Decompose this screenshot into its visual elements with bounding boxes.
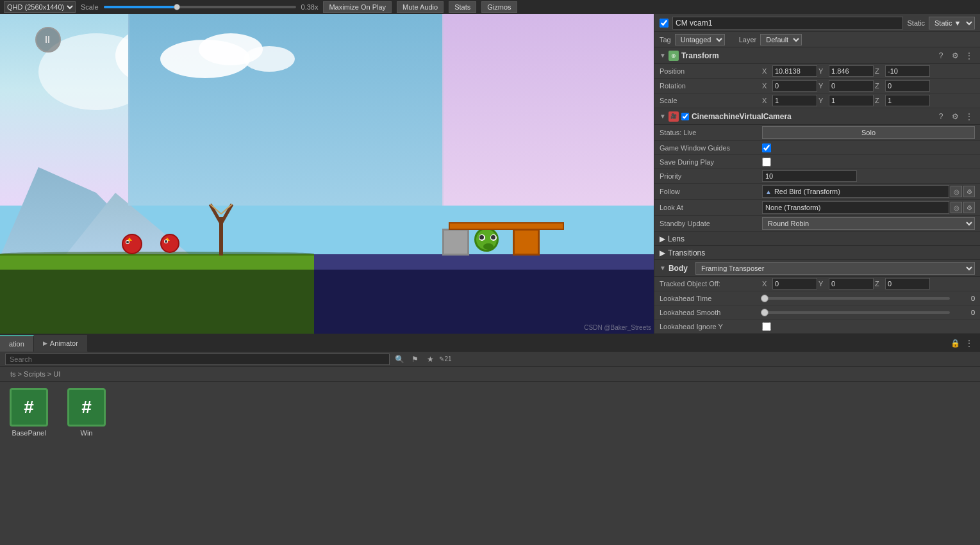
lookahead-smooth-track[interactable] <box>765 311 950 314</box>
bottom-content: # BasePanel # Win <box>0 382 980 545</box>
static-dropdown[interactable]: Static ▼ <box>929 17 975 29</box>
cinemachine-settings-btn[interactable]: ⚙ <box>949 111 961 122</box>
lens-label: Lens <box>668 234 685 243</box>
tag-select[interactable]: Untagged <box>675 34 725 45</box>
save-during-play-checkbox[interactable] <box>762 158 771 167</box>
rotation-value: X Y Z <box>762 80 975 92</box>
divider1 <box>128 14 129 206</box>
obj-active-checkbox[interactable] <box>660 19 669 28</box>
pause-button[interactable]: ⏸ <box>35 27 61 53</box>
transform-menu-btn[interactable]: ⋮ <box>963 50 975 61</box>
tracked-z-field[interactable] <box>885 278 930 289</box>
transform-header[interactable]: ▼ ⊕ Transform ? ⚙ ⋮ <box>654 47 980 64</box>
mute-btn[interactable]: Mute Audio <box>397 1 444 13</box>
box1 <box>442 229 469 256</box>
slingshot <box>205 198 237 256</box>
cinemachine-menu-btn[interactable]: ⋮ <box>963 111 975 122</box>
bottom-lock-btn[interactable]: 🔒 <box>949 338 961 349</box>
cinemachine-icon: 🎥 <box>669 111 679 122</box>
priority-field[interactable]: 10 <box>762 170 857 182</box>
tracked-x-field[interactable] <box>772 278 817 289</box>
transitions-section[interactable]: ▶ Transitions <box>654 246 980 260</box>
main-area: ⏸ CSDN @Baker_Streets CM vcam1 Static St… <box>0 14 980 334</box>
obj-name-row: CM vcam1 Static Static ▼ <box>654 14 980 32</box>
game-window-checkbox[interactable] <box>762 143 771 152</box>
pos-y-field[interactable]: 1.846 <box>829 65 874 77</box>
rotation-label: Rotation <box>660 82 762 90</box>
standby-select[interactable]: Round Robin <box>762 217 975 230</box>
scale-label: Scale <box>81 3 99 11</box>
obj-name-field[interactable]: CM vcam1 <box>672 17 903 29</box>
cinemachine-help-btn[interactable]: ? <box>935 111 947 122</box>
ground-top-left <box>0 254 314 270</box>
breadcrumb: ts > Scripts > UI <box>5 368 65 380</box>
cinemachine-icon-btns: ? ⚙ ⋮ <box>935 111 975 122</box>
rot-x-field[interactable] <box>772 80 817 92</box>
transform-help-btn[interactable]: ? <box>935 50 947 61</box>
gizmos-btn[interactable]: Gizmos <box>481 1 517 13</box>
look-at-field[interactable]: None (Transform) <box>762 201 949 214</box>
bottom-panel: ation ▶ Animator 🔒 ⋮ 🔍 ⚑ ★ ✎21 ts > Scri… <box>0 334 980 545</box>
transform-settings-btn[interactable]: ⚙ <box>949 50 961 61</box>
pig <box>474 227 499 252</box>
rot-z-field[interactable] <box>885 80 930 92</box>
cinemachine-arrow: ▼ <box>660 113 666 120</box>
pos-z-field[interactable]: -10 <box>885 65 930 77</box>
resolution-select[interactable]: QHD (2560x1440) <box>4 1 76 13</box>
svg-line-2 <box>221 204 232 224</box>
scale-z-field[interactable] <box>885 95 930 106</box>
cinemachine-enabled[interactable] <box>681 113 689 120</box>
filter-btn[interactable]: ⚑ <box>409 354 420 365</box>
transitions-arrow: ▶ <box>660 248 665 257</box>
priority-label: Priority <box>660 172 762 180</box>
follow-target-btn[interactable]: ◎ <box>951 186 962 197</box>
look-at-target-btn[interactable]: ◎ <box>951 202 962 213</box>
lookahead-time-track[interactable] <box>765 297 950 300</box>
search-icon-btn[interactable]: 🔍 <box>394 354 405 365</box>
basepanel-hash: # <box>24 397 34 418</box>
win-icon: # <box>67 388 106 427</box>
settings-btn[interactable]: ✎21 <box>440 354 451 365</box>
tab-animation[interactable]: ation <box>0 335 34 352</box>
search-input[interactable] <box>5 354 390 365</box>
tab-animator[interactable]: ▶ Animator <box>34 335 88 352</box>
tag-label: Tag <box>660 36 671 44</box>
maximize-btn[interactable]: Maximize On Play <box>323 1 392 13</box>
position-row: Position X 10.8138 Y 1.846 Z -10 <box>654 64 980 79</box>
tab-animator-icon: ▶ <box>43 340 47 346</box>
follow-field[interactable]: ▲ Red Bird (Transform) <box>762 185 949 198</box>
follow-settings-btn[interactable]: ⚙ <box>963 186 975 197</box>
script-basepanel: # BasePanel <box>6 388 51 539</box>
scale-y-field[interactable] <box>829 95 874 106</box>
solo-button[interactable]: Solo <box>762 126 975 139</box>
lookahead-time-label: Lookahead Time <box>660 295 762 302</box>
scale-x-field[interactable] <box>772 95 817 106</box>
lens-section[interactable]: ▶ Lens <box>654 232 980 246</box>
pos-y-label: Y <box>818 67 827 75</box>
tracked-y-field[interactable] <box>829 278 874 289</box>
follow-row: Follow ▲ Red Bird (Transform) ◎ ⚙ <box>654 184 980 200</box>
body-select[interactable]: Framing Transposer <box>695 262 975 275</box>
tag-layer-row: Tag Untagged Layer Default <box>654 32 980 47</box>
layer-label: Layer <box>739 36 757 44</box>
position-value: X 10.8138 Y 1.846 Z -10 <box>762 65 975 77</box>
layer-select[interactable]: Default <box>760 34 802 45</box>
tracked-y-label: Y <box>818 280 827 288</box>
inspector-scroll[interactable]: ▼ ⊕ Transform ? ⚙ ⋮ Position X 10.8138 Y… <box>654 47 980 334</box>
cinemachine-header[interactable]: ▼ 🎥 CinemachineVirtualCamera ? ⚙ ⋮ <box>654 108 980 125</box>
bottom-more-btn[interactable]: ⋮ <box>963 338 975 349</box>
rot-z-label: Z <box>875 82 884 90</box>
lookahead-ignore-checkbox[interactable] <box>762 322 771 331</box>
transform-title: Transform <box>681 51 719 60</box>
pos-x-field[interactable]: 10.8138 <box>772 65 817 77</box>
body-header[interactable]: ▼ Body Framing Transposer <box>654 260 980 277</box>
look-at-label: Look At <box>660 204 762 211</box>
rot-y-field[interactable] <box>829 80 874 92</box>
look-at-text: None (Transform) <box>765 204 820 211</box>
stats-btn[interactable]: Stats <box>449 1 476 13</box>
star-btn[interactable]: ★ <box>424 354 436 365</box>
static-label: Static <box>907 19 925 27</box>
look-at-settings-btn[interactable]: ⚙ <box>963 202 975 213</box>
inspector-panel: CM vcam1 Static Static ▼ Tag Untagged La… <box>654 14 980 334</box>
scale-slider[interactable] <box>104 6 296 8</box>
